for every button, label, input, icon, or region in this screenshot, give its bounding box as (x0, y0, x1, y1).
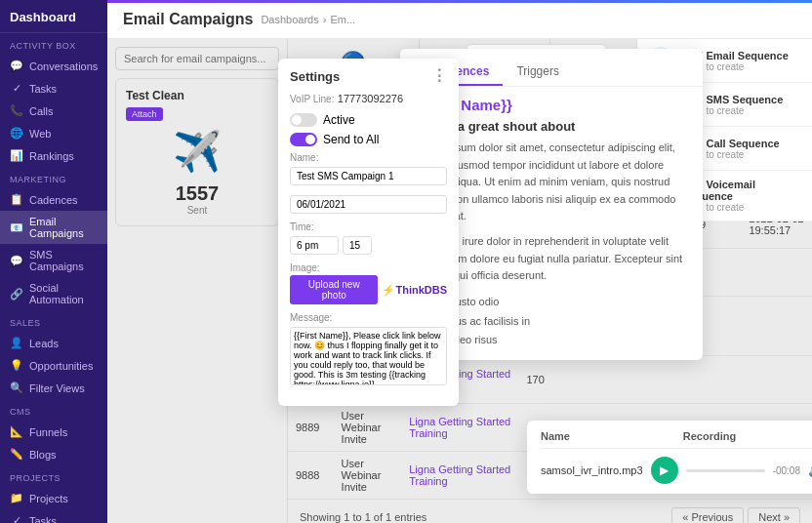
cell-subject: Ligna Getting Started Training (401, 452, 518, 500)
content-area: Test Clean Attach ✈️ 1557 Sent 🔵 (107, 39, 812, 523)
sidebar-item-funnels[interactable]: 📐 Funnels (0, 421, 107, 443)
sidebar-item-label: Opportunities (29, 360, 93, 372)
cell-id: 9888 (288, 452, 334, 500)
list-item: Dapibus ac facilisis in (427, 312, 689, 332)
blogs-icon: ✏️ (10, 448, 23, 461)
audio-play-button[interactable]: ▶ (651, 457, 678, 484)
section-header-cms: CMS (0, 399, 107, 421)
sidebar-item-sms-campaigns[interactable]: 💬 SMS Campaigns (0, 244, 107, 277)
leads-icon: 👤 (10, 337, 23, 349)
sidebar-item-label: Calls (29, 105, 53, 117)
date-row (290, 193, 447, 214)
sidebar-item-tasks2[interactable]: ✓ Tasks (0, 509, 107, 523)
date-input[interactable] (290, 195, 447, 214)
voip-row: VoIP Line: 17773092276 (290, 92, 447, 105)
section-header-activity: ACTIVITY BOX (0, 33, 107, 55)
time-input2[interactable] (343, 236, 372, 255)
tab-triggers[interactable]: Triggers (503, 59, 573, 86)
sidebar-item-projects[interactable]: 📁 Projects (0, 487, 107, 509)
image-row: Image: Upload new photo ⚡ThinkDBS (290, 262, 447, 304)
cell-sent (741, 356, 812, 404)
filter-icon: 🔍 (10, 382, 23, 394)
cell-name: User Webinar Invite (334, 404, 402, 452)
settings-dots[interactable]: ⋮ (431, 68, 447, 84)
cell-id: 9889 (288, 404, 334, 452)
section-header-projects: PROJECTS (0, 465, 107, 487)
cell-subject: Ligna Getting Started Training (401, 404, 518, 452)
audio-row: samsol_ivr_intro.mp3 ▶ -00:08 🔊 ⚙ (541, 457, 812, 484)
progress-bar (107, 0, 812, 3)
campaign-stat-label: Sent (126, 205, 268, 216)
volume-icon[interactable]: 🔊 (808, 463, 812, 477)
sidebar-item-leads[interactable]: 👤 Leads (0, 332, 107, 354)
sidebar-item-label: Rankings (29, 150, 74, 162)
sidebar-item-email-campaigns[interactable]: 📧 Email Campaigns (0, 211, 107, 244)
campaign-sidebar: Test Clean Attach ✈️ 1557 Sent (107, 39, 288, 523)
campaign-card-title: Test Clean (126, 89, 268, 102)
sidebar-item-tasks[interactable]: ✓ Tasks (0, 77, 107, 100)
sidebar-item-web[interactable]: 🌐 Web (0, 122, 107, 144)
social-icon: 🔗 (10, 288, 23, 301)
next-button[interactable]: Next » (748, 507, 800, 523)
audio-filename: samsol_ivr_intro.mp3 (541, 464, 643, 476)
time-input[interactable] (290, 236, 339, 255)
campaign-search-input[interactable] (115, 47, 279, 70)
active-toggle-row: Active (290, 113, 447, 127)
active-toggle[interactable] (290, 113, 317, 127)
topbar: Email Campaigns Dashboards › Em... (107, 0, 812, 39)
thinkdb-logo: ⚡ThinkDBS (382, 284, 447, 297)
rankings-icon: 📊 (10, 149, 23, 162)
message-row: Message: {{First Name}}, Please click li… (290, 312, 447, 388)
sidebar-item-label: Social Automation (29, 282, 98, 305)
calls-icon: 📞 (10, 104, 23, 117)
page-title: Email Campaigns (123, 11, 253, 28)
name-input[interactable] (290, 167, 447, 185)
conversations-icon: 💬 (10, 60, 23, 72)
sidebar-item-blogs[interactable]: ✏️ Blogs (0, 443, 107, 465)
pagination: Showing 1 to 1 of 1 entries « Previous N… (288, 500, 812, 523)
web-icon: 🌐 (10, 127, 23, 140)
cadences-icon: 📋 (10, 193, 23, 206)
pagination-buttons[interactable]: « Previous Next » (671, 507, 800, 523)
send-all-toggle-row: Send to All (290, 133, 447, 146)
sidebar-item-rankings[interactable]: 📊 Rankings (0, 144, 107, 167)
sidebar-item-filter-views[interactable]: 🔍 Filter Views (0, 377, 107, 399)
sidebar-item-cadences[interactable]: 📋 Cadences (0, 188, 107, 211)
sidebar-item-label: Conversations (29, 60, 98, 72)
upload-button[interactable]: Upload new photo (290, 275, 378, 304)
cell-name: User Webinar Invite (334, 452, 402, 500)
name-row: Name: (290, 152, 447, 185)
sidebar: Dashboard ACTIVITY BOX 💬 Conversations ✓… (0, 0, 107, 523)
tasks-icon: ✓ (10, 82, 23, 95)
cell-sent (741, 249, 812, 297)
audio-progress-bar[interactable] (686, 469, 765, 472)
settings-popup: Settings ⋮ VoIP Line: 17773092276 Active… (278, 59, 459, 406)
sidebar-item-conversations[interactable]: 💬 Conversations (0, 55, 107, 77)
cell-sent (741, 297, 812, 356)
sidebar-item-label: Projects (29, 493, 68, 504)
campaign-stat-num: 1557 (126, 182, 268, 205)
sidebar-item-social[interactable]: 🔗 Social Automation (0, 277, 107, 310)
sidebar-item-opportunities[interactable]: 💡 Opportunities (0, 354, 107, 377)
cell-opened (561, 356, 617, 404)
sidebar-item-calls[interactable]: 📞 Calls (0, 100, 107, 122)
sidebar-item-label: Cadences (29, 194, 78, 206)
send-all-toggle[interactable] (290, 133, 317, 146)
list-item: Morbi leo risus (427, 331, 689, 350)
tasks2-icon: ✓ (10, 514, 23, 523)
campaign-plane-icon: ✈️ (126, 129, 268, 175)
showing-text: Showing 1 to 1 of 1 entries (300, 511, 426, 523)
send-all-label: Send to All (323, 133, 379, 146)
section-header-marketing: MARKETING (0, 167, 107, 188)
email-campaigns-icon: 📧 (10, 221, 23, 234)
opportunities-icon: 💡 (10, 359, 23, 372)
sidebar-item-label: SMS Campaigns (29, 249, 98, 272)
sidebar-logo[interactable]: Dashboard (0, 0, 107, 33)
audio-col-name: Name (541, 430, 570, 442)
audio-popup: Name Recording Enable samsol_ivr_intro.m… (527, 421, 812, 494)
message-textarea[interactable]: {{First Name}}, Please click link below … (290, 327, 447, 385)
sidebar-item-label: Leads (29, 338, 59, 349)
section-header-sales: SALES (0, 310, 107, 332)
breadcrumb: Dashboards › Em... (261, 14, 355, 25)
prev-button[interactable]: « Previous (671, 507, 744, 523)
